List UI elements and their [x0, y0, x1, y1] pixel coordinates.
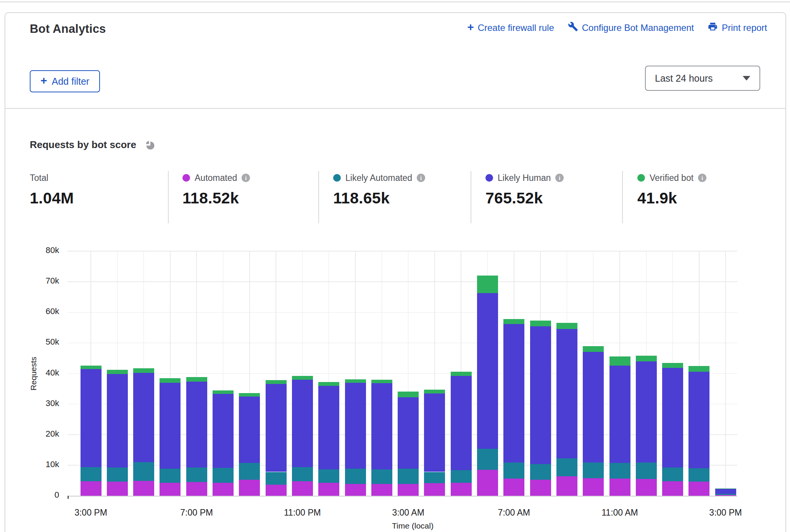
bar-segment-verified-bot[interactable]	[398, 392, 419, 397]
bar-segment-automated[interactable]	[345, 484, 366, 496]
bar-segment-automated[interactable]	[477, 470, 498, 496]
bar-segment-automated[interactable]	[530, 480, 551, 496]
bar-segment-likely-human[interactable]	[292, 380, 313, 467]
bar-segment-likely-automated[interactable]	[424, 472, 445, 484]
bar-segment-likely-automated[interactable]	[583, 463, 604, 478]
bar-segment-likely-automated[interactable]	[266, 472, 287, 485]
bar-segment-automated[interactable]	[186, 482, 207, 496]
bar-segment-likely-human[interactable]	[503, 324, 524, 462]
bar-segment-likely-automated[interactable]	[213, 468, 234, 482]
bar-segment-likely-human[interactable]	[636, 361, 657, 462]
bar-segment-likely-human[interactable]	[107, 374, 128, 468]
bar-segment-verified-bot[interactable]	[503, 319, 524, 324]
bar-segment-automated[interactable]	[318, 483, 339, 496]
bar-segment-likely-human[interactable]	[133, 373, 154, 462]
bar-segment-likely-automated[interactable]	[398, 469, 419, 484]
bar-segment-likely-automated[interactable]	[636, 463, 657, 479]
add-filter-button[interactable]: + Add filter	[30, 70, 100, 92]
bar-segment-likely-automated[interactable]	[662, 468, 683, 481]
bar-segment-likely-human[interactable]	[345, 383, 366, 469]
bar-segment-likely-human[interactable]	[318, 386, 339, 470]
bar-segment-automated[interactable]	[424, 483, 445, 496]
bar-segment-automated[interactable]	[451, 483, 472, 496]
bar-segment-automated[interactable]	[213, 483, 234, 496]
bar-segment-verified-bot[interactable]	[715, 488, 736, 489]
bar-segment-likely-automated[interactable]	[715, 494, 736, 495]
bar-segment-automated[interactable]	[556, 476, 577, 496]
bar-segment-verified-bot[interactable]	[371, 380, 392, 384]
bar-segment-automated[interactable]	[636, 479, 657, 496]
bar-segment-likely-human[interactable]	[451, 376, 472, 471]
bar-segment-likely-human[interactable]	[160, 383, 181, 468]
bar-segment-verified-bot[interactable]	[530, 321, 551, 326]
info-icon[interactable]: i	[698, 174, 706, 182]
bar-segment-automated[interactable]	[266, 485, 287, 496]
bar-segment-verified-bot[interactable]	[609, 356, 630, 366]
bar-segment-verified-bot[interactable]	[451, 372, 472, 376]
bar-segment-likely-automated[interactable]	[81, 467, 102, 481]
bar-segment-likely-human[interactable]	[266, 384, 287, 472]
bar-segment-verified-bot[interactable]	[266, 380, 287, 384]
bar-segment-automated[interactable]	[371, 484, 392, 496]
bar-segment-verified-bot[interactable]	[345, 379, 366, 383]
bar-segment-verified-bot[interactable]	[107, 370, 128, 374]
bar-segment-likely-automated[interactable]	[477, 449, 498, 469]
bar-segment-verified-bot[interactable]	[239, 393, 260, 397]
bar-segment-likely-human[interactable]	[239, 397, 260, 463]
bar-segment-likely-human[interactable]	[556, 329, 577, 459]
bar-segment-likely-automated[interactable]	[239, 463, 260, 480]
bar-segment-likely-human[interactable]	[530, 326, 551, 464]
bar-segment-likely-automated[interactable]	[292, 467, 313, 482]
bar-segment-likely-automated[interactable]	[530, 464, 551, 480]
bar-segment-verified-bot[interactable]	[292, 376, 313, 380]
bar-segment-likely-human[interactable]	[583, 352, 604, 463]
bar-segment-verified-bot[interactable]	[583, 346, 604, 352]
bar-segment-likely-automated[interactable]	[371, 469, 392, 484]
bar-segment-automated[interactable]	[81, 481, 102, 496]
bar-segment-automated[interactable]	[715, 495, 736, 496]
bar-segment-automated[interactable]	[292, 481, 313, 496]
bar-segment-likely-human[interactable]	[688, 372, 709, 468]
bar-segment-verified-bot[interactable]	[688, 366, 709, 371]
bar-segment-likely-automated[interactable]	[186, 468, 207, 482]
bar-segment-likely-human[interactable]	[81, 369, 102, 467]
bar-segment-automated[interactable]	[398, 484, 419, 496]
bar-segment-likely-automated[interactable]	[107, 468, 128, 482]
bar-segment-automated[interactable]	[583, 478, 604, 496]
bar-segment-likely-automated[interactable]	[160, 469, 181, 483]
bar-segment-verified-bot[interactable]	[133, 368, 154, 373]
bar-segment-likely-automated[interactable]	[688, 468, 709, 482]
bar-segment-automated[interactable]	[662, 481, 683, 496]
bar-segment-likely-automated[interactable]	[318, 469, 339, 483]
bar-segment-verified-bot[interactable]	[186, 377, 207, 382]
bar-segment-likely-automated[interactable]	[345, 469, 366, 484]
bar-segment-verified-bot[interactable]	[160, 378, 181, 383]
bar-segment-likely-human[interactable]	[186, 382, 207, 468]
bar-segment-automated[interactable]	[609, 479, 630, 496]
configure-bot-management-link[interactable]: Configure Bot Management	[568, 21, 694, 34]
bar-segment-likely-automated[interactable]	[503, 463, 524, 479]
bar-segment-verified-bot[interactable]	[556, 323, 577, 329]
bar-segment-automated[interactable]	[688, 482, 709, 496]
bar-segment-automated[interactable]	[503, 479, 524, 496]
bar-segment-likely-automated[interactable]	[451, 470, 472, 482]
bar-segment-automated[interactable]	[239, 480, 260, 496]
bar-segment-verified-bot[interactable]	[424, 390, 445, 393]
bar-segment-likely-human[interactable]	[477, 293, 498, 449]
bar-segment-verified-bot[interactable]	[81, 366, 102, 369]
bar-segment-automated[interactable]	[133, 481, 154, 496]
info-icon[interactable]: i	[555, 174, 564, 182]
info-icon[interactable]: i	[242, 174, 250, 182]
bar-segment-likely-human[interactable]	[424, 393, 445, 472]
bar-segment-likely-automated[interactable]	[133, 462, 154, 481]
create-firewall-rule-link[interactable]: + Create firewall rule	[467, 23, 554, 33]
bar-segment-likely-human[interactable]	[213, 394, 234, 468]
bar-segment-likely-human[interactable]	[715, 489, 736, 494]
bar-segment-verified-bot[interactable]	[213, 390, 234, 394]
bar-segment-likely-human[interactable]	[398, 397, 419, 469]
bar-segment-verified-bot[interactable]	[636, 356, 657, 361]
time-range-select[interactable]: Last 24 hours	[645, 66, 760, 91]
bar-segment-automated[interactable]	[160, 483, 181, 496]
bar-segment-likely-human[interactable]	[371, 383, 392, 469]
bar-segment-likely-automated[interactable]	[609, 463, 630, 479]
